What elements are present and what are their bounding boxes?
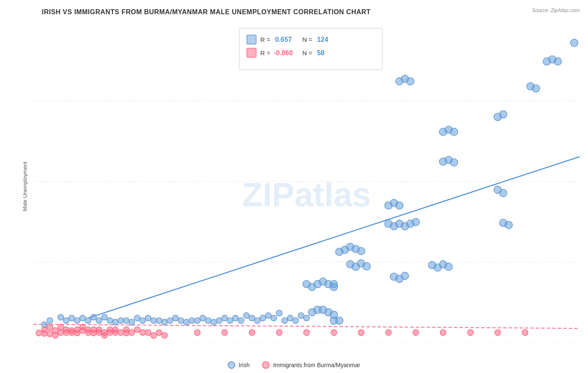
svg-point-144 — [96, 327, 102, 332]
svg-point-46 — [222, 315, 228, 321]
y-axis-label: Male Unemployment — [22, 161, 28, 211]
svg-point-170 — [440, 330, 446, 335]
svg-point-108 — [570, 39, 578, 47]
svg-point-100 — [499, 189, 507, 197]
svg-text:-0.060: -0.060 — [274, 49, 293, 56]
svg-point-56 — [276, 310, 282, 316]
chart-container: IRISH VS IMMIGRANTS FROM BURMA/MYANMAR M… — [0, 0, 588, 373]
svg-point-129 — [58, 330, 64, 335]
svg-point-124 — [41, 330, 47, 336]
svg-point-90 — [412, 218, 419, 226]
svg-point-140 — [85, 327, 91, 332]
svg-point-44 — [211, 319, 217, 325]
legend-item-irish: Irish — [228, 361, 250, 369]
svg-point-36 — [167, 318, 173, 324]
svg-point-161 — [194, 330, 200, 335]
svg-point-15 — [47, 318, 53, 324]
svg-text:N =: N = — [302, 36, 312, 43]
svg-point-172 — [495, 330, 501, 335]
svg-point-167 — [358, 330, 364, 335]
svg-point-125 — [47, 324, 53, 330]
svg-point-134 — [69, 330, 74, 335]
svg-point-60 — [298, 313, 304, 319]
svg-point-59 — [293, 318, 299, 324]
svg-point-148 — [107, 330, 113, 335]
svg-point-20 — [80, 315, 86, 321]
svg-point-121 — [450, 128, 458, 135]
svg-point-43 — [205, 318, 211, 324]
source-label: Source: ZipAtlas.com — [532, 8, 580, 13]
svg-point-61 — [304, 315, 309, 321]
svg-point-158 — [151, 332, 156, 338]
svg-point-57 — [282, 318, 288, 324]
svg-point-22 — [91, 314, 97, 320]
legend-circle-blue — [228, 361, 235, 369]
svg-point-18 — [69, 315, 74, 321]
svg-point-52 — [254, 318, 260, 324]
svg-text:124: 124 — [317, 36, 328, 43]
svg-point-151 — [118, 330, 124, 335]
svg-point-31 — [140, 318, 146, 324]
svg-point-169 — [413, 330, 419, 335]
svg-point-115 — [401, 272, 409, 280]
svg-point-41 — [194, 318, 200, 324]
svg-point-19 — [74, 318, 80, 324]
svg-point-37 — [173, 315, 179, 321]
svg-point-49 — [238, 318, 244, 324]
svg-point-154 — [129, 330, 135, 335]
svg-point-122 — [36, 330, 42, 336]
svg-point-45 — [216, 318, 222, 324]
svg-point-93 — [396, 202, 403, 209]
svg-point-84 — [358, 247, 365, 255]
svg-point-24 — [102, 314, 107, 320]
svg-point-50 — [243, 313, 249, 319]
svg-point-35 — [161, 319, 167, 325]
svg-point-155 — [134, 327, 140, 332]
svg-point-160 — [161, 332, 167, 338]
svg-text:R =: R = — [260, 36, 270, 43]
svg-point-68 — [335, 317, 343, 324]
svg-point-142 — [91, 330, 97, 336]
svg-point-28 — [123, 318, 129, 324]
svg-point-173 — [522, 330, 528, 335]
legend-circle-pink — [262, 361, 270, 369]
svg-text:0.657: 0.657 — [275, 36, 292, 43]
svg-point-132 — [63, 327, 69, 332]
svg-point-48 — [233, 315, 238, 321]
svg-point-126 — [47, 331, 53, 337]
svg-point-102 — [505, 221, 512, 229]
svg-point-136 — [74, 330, 80, 336]
svg-point-55 — [271, 315, 277, 321]
svg-point-39 — [184, 319, 189, 325]
svg-point-79 — [363, 263, 371, 270]
svg-text:ZIPatlas: ZIPatlas — [242, 176, 371, 213]
svg-point-51 — [249, 315, 255, 321]
svg-point-96 — [450, 159, 458, 166]
svg-point-164 — [276, 330, 282, 335]
svg-point-34 — [156, 318, 162, 324]
svg-point-29 — [129, 319, 135, 325]
chart-title: IRISH VS IMMIGRANTS FROM BURMA/MYANMAR M… — [42, 8, 580, 16]
svg-point-58 — [287, 315, 293, 321]
svg-point-162 — [222, 330, 228, 335]
svg-point-104 — [532, 84, 539, 92]
chart-area: 100.0% 75.0% 50.0% 25.0% 0.0% 100.0% ZIP… — [33, 20, 580, 343]
svg-point-128 — [52, 332, 58, 338]
svg-point-23 — [96, 318, 102, 324]
svg-point-32 — [145, 315, 151, 321]
svg-point-159 — [156, 330, 162, 335]
legend-label-irish: Irish — [239, 362, 250, 368]
svg-point-16 — [58, 314, 64, 320]
svg-point-40 — [189, 318, 195, 324]
svg-point-165 — [304, 330, 309, 335]
svg-point-42 — [200, 315, 206, 321]
legend-label-burma: Immigrants from Burma/Myanmar — [273, 362, 360, 368]
svg-point-168 — [386, 330, 391, 335]
svg-point-30 — [134, 315, 140, 321]
svg-point-150 — [112, 327, 118, 332]
svg-point-21 — [85, 318, 91, 324]
svg-point-146 — [102, 332, 107, 338]
svg-point-163 — [249, 330, 255, 335]
svg-point-17 — [63, 318, 69, 324]
svg-point-25 — [107, 318, 113, 324]
